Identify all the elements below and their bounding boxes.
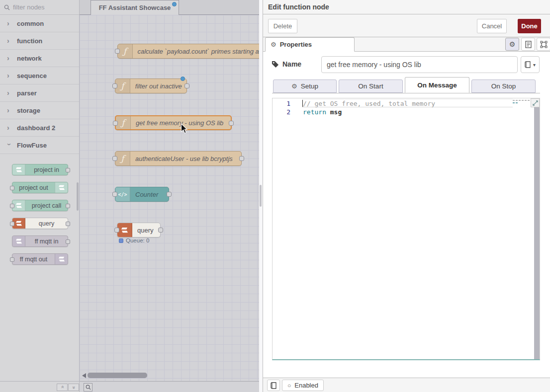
flow-node-query[interactable]: query	[117, 223, 161, 237]
code-editor[interactable]: 1 2 // get OS free, used, total memory r…	[272, 98, 540, 360]
palette-scrollbar[interactable]	[77, 182, 79, 211]
flow-node-calculate-primes[interactable]: ƒ calculate `payload.count` primes start…	[117, 44, 259, 59]
palette-category-network[interactable]: ›network	[0, 50, 79, 67]
node-input-port[interactable]	[113, 121, 118, 126]
tab-on-message[interactable]: On Message	[405, 77, 469, 93]
node-input-port[interactable]	[10, 204, 14, 208]
tray-title: Edit function node	[268, 3, 329, 11]
code-line-1: // get OS free, used, total memory	[303, 99, 435, 108]
document-icon	[525, 41, 532, 48]
tab-on-stop[interactable]: On Stop	[471, 79, 536, 93]
flowfuse-logo-icon	[12, 236, 25, 246]
palette-category-storage[interactable]: ›storage	[0, 102, 79, 119]
editor-scrollbar[interactable]	[534, 98, 540, 359]
node-input-port[interactable]	[10, 222, 14, 226]
tag-icon	[272, 61, 279, 68]
palette-node-project-in[interactable]: project in	[12, 164, 68, 175]
flow-node-filter-out-inactive[interactable]: ƒ filter out inactive	[115, 78, 187, 93]
appearance-view-button[interactable]	[537, 38, 550, 51]
caret-down-icon: ▾	[533, 62, 536, 68]
node-output-port[interactable]	[66, 222, 70, 226]
node-output-port[interactable]	[66, 204, 70, 208]
palette-category-common[interactable]: ›common	[0, 15, 79, 32]
horizontal-scrollbar[interactable]	[88, 373, 147, 378]
name-input[interactable]	[321, 56, 518, 73]
node-input-port[interactable]	[114, 228, 119, 233]
search-flows-button[interactable]	[84, 383, 92, 392]
name-label: Name	[272, 60, 301, 68]
node-palette: ›common ›function ›network ›sequence ›pa…	[0, 0, 80, 392]
node-input-port[interactable]	[10, 186, 14, 190]
node-input-port[interactable]	[115, 49, 120, 54]
flow-node-counter[interactable]: </> Counter	[115, 187, 169, 202]
code-line-2: return msg	[303, 108, 342, 116]
palette-node-project-out[interactable]: project out	[12, 182, 68, 193]
flowfuse-logo-icon	[117, 223, 132, 237]
gear-icon: ⚙	[509, 40, 516, 48]
node-output-port[interactable]	[66, 168, 70, 172]
gear-icon: ⚙	[271, 41, 276, 48]
palette-category-parser[interactable]: ›parser	[0, 84, 79, 102]
node-input-port[interactable]	[112, 156, 117, 161]
chevron-right-icon: ›	[7, 106, 12, 114]
editor-minimap[interactable]	[513, 100, 533, 103]
palette-filter-input[interactable]	[13, 3, 68, 11]
selection-box-icon	[540, 41, 548, 48]
node-input-port[interactable]	[112, 83, 117, 88]
palette-category-sequence[interactable]: ›sequence	[0, 67, 79, 84]
node-output-port[interactable]	[158, 228, 163, 233]
chevron-right-icon: ›	[7, 72, 12, 79]
flowfuse-logo-icon	[12, 164, 25, 175]
node-enabled-toggle[interactable]: ○ Enabled	[282, 380, 324, 391]
flow-node-get-free-memory[interactable]: ƒ get free memory - using OS lib	[115, 115, 232, 130]
palette-category-function[interactable]: ›function	[0, 32, 79, 50]
node-output-port[interactable]	[167, 192, 172, 197]
panel-resize-divider[interactable]	[259, 0, 263, 392]
function-icon: ƒ	[116, 116, 131, 129]
node-output-port[interactable]	[184, 83, 189, 88]
properties-view-button[interactable]: ⚙	[505, 38, 519, 51]
done-button[interactable]: Done	[518, 19, 541, 33]
node-changed-dot-icon	[181, 77, 185, 81]
chevron-right-icon: ›	[7, 37, 12, 45]
tab-on-start[interactable]: On Start	[339, 79, 403, 93]
library-button[interactable]	[267, 380, 280, 391]
node-output-port[interactable]	[66, 239, 70, 244]
flowfuse-logo-icon	[55, 254, 68, 264]
flowfuse-logo-icon	[55, 182, 68, 193]
node-input-port[interactable]	[112, 192, 117, 197]
name-library-button[interactable]: ▾	[521, 56, 540, 73]
tray-tabrow: ⚙ Properties ⚙	[263, 37, 550, 52]
palette-category-flowfuse[interactable]: ›FlowFuse	[0, 137, 79, 154]
palette-node-query[interactable]: query	[12, 218, 68, 229]
palette-node-ff-mqtt-in[interactable]: ff mqtt in	[12, 235, 68, 247]
tab-setup[interactable]: ⚙ Setup	[273, 79, 337, 93]
cancel-button[interactable]: Cancel	[477, 19, 507, 33]
edit-tray: Edit function node Delete Cancel Done ⚙ …	[263, 0, 550, 392]
node-output-port[interactable]	[229, 121, 234, 126]
palette-category-dashboard2[interactable]: ›dashboard 2	[0, 119, 79, 137]
description-view-button[interactable]	[521, 38, 535, 51]
palette-node-ff-mqtt-out[interactable]: ff mqtt out	[12, 253, 68, 265]
palette-collapse-all-button[interactable]: »	[57, 384, 68, 391]
palette-node-project-call[interactable]: project call	[12, 200, 68, 211]
template-code-icon: </>	[115, 187, 130, 201]
flow-workspace[interactable]: FF Assistant Showcase ƒ calculate `paylo…	[80, 0, 259, 392]
node-output-port[interactable]	[239, 156, 244, 161]
flow-tab[interactable]: FF Assistant Showcase	[91, 0, 179, 15]
delete-button[interactable]: Delete	[268, 19, 297, 33]
scroll-left-arrow-icon[interactable]	[82, 373, 86, 378]
circle-icon: ○	[287, 382, 291, 389]
search-icon	[86, 385, 91, 390]
node-red-editor: ›common ›function ›network ›sequence ›pa…	[0, 0, 550, 392]
node-edit-form: Name ▾ ⚙ Setup On Start On Message On St…	[263, 52, 550, 378]
expand-icon	[533, 100, 538, 106]
drag-handle[interactable]	[260, 185, 262, 207]
flow-node-authenticate-user[interactable]: ƒ authenticateUser - use lib bcryptjs	[115, 151, 242, 166]
palette-expand-all-button[interactable]: »	[68, 384, 79, 391]
node-input-port[interactable]	[10, 257, 14, 262]
workspace-grid[interactable]	[80, 15, 259, 392]
tab-properties[interactable]: ⚙ Properties	[265, 37, 355, 52]
function-icon: ƒ	[115, 152, 130, 165]
expand-editor-button[interactable]	[531, 98, 540, 107]
